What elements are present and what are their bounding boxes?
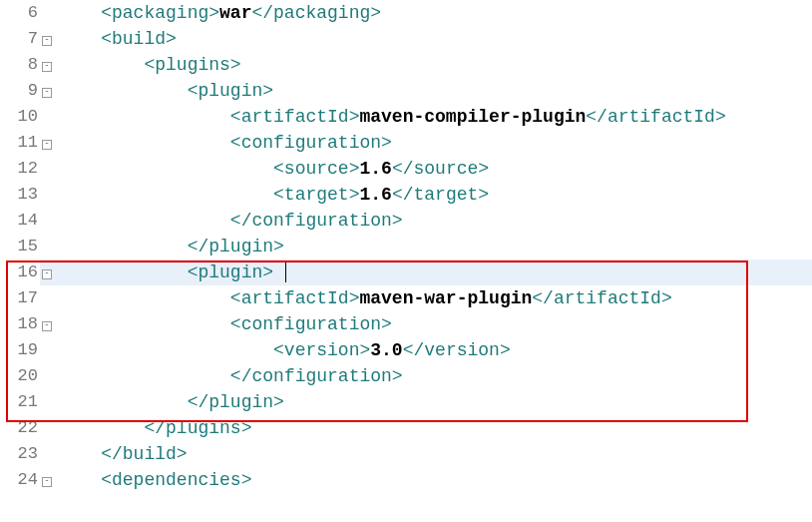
line-number: 23 — [0, 441, 40, 467]
indent — [58, 470, 101, 490]
code-line[interactable]: 7- <build> — [0, 26, 812, 52]
code-line[interactable]: 19 <version>3.0</version> — [0, 337, 812, 363]
indent — [58, 340, 273, 360]
indent — [58, 29, 101, 49]
fold-toggle-icon[interactable]: - — [42, 269, 52, 279]
fold-toggle-icon[interactable]: - — [42, 62, 52, 72]
code-content[interactable]: <packaging>war</packaging> — [54, 0, 381, 26]
code-content[interactable]: <plugin> — [54, 260, 286, 285]
fold-gutter[interactable]: - — [40, 26, 54, 52]
indent — [58, 55, 144, 75]
code-content[interactable]: <artifactId>maven-war-plugin</artifactId… — [54, 285, 672, 311]
code-line[interactable]: 16- <plugin> — [0, 260, 812, 285]
line-number: 10 — [0, 104, 40, 130]
indent — [58, 392, 188, 412]
line-number: 21 — [0, 389, 40, 415]
code-line[interactable]: 22 </plugins> — [0, 415, 812, 441]
indent — [58, 237, 188, 257]
fold-toggle-icon[interactable]: - — [42, 140, 52, 150]
fold-gutter[interactable]: - — [40, 52, 54, 78]
xml-text: maven-war-plugin — [359, 288, 532, 308]
fold-toggle-icon[interactable]: - — [42, 88, 52, 98]
code-content[interactable]: <plugin> — [54, 78, 273, 104]
xml-text: 3.0 — [370, 340, 402, 360]
fold-gutter[interactable]: - — [40, 311, 54, 337]
code-line[interactable]: 23 </build> — [0, 441, 812, 467]
code-line[interactable]: 8- <plugins> — [0, 52, 812, 78]
line-number: 17 — [0, 285, 40, 311]
code-line[interactable]: 10 <artifactId>maven-compiler-plugin</ar… — [0, 104, 812, 130]
indent — [58, 159, 273, 179]
code-content[interactable]: <plugins> — [54, 52, 241, 78]
fold-toggle-icon[interactable]: - — [42, 477, 52, 487]
indent — [58, 288, 230, 308]
indent — [58, 81, 188, 101]
xml-tag: <version> — [273, 340, 370, 360]
code-line[interactable]: 9- <plugin> — [0, 78, 812, 104]
code-line[interactable]: 12 <source>1.6</source> — [0, 156, 812, 182]
code-content[interactable]: </configuration> — [54, 363, 403, 389]
code-content[interactable]: <version>3.0</version> — [54, 337, 511, 363]
xml-tag: <artifactId> — [230, 107, 360, 127]
xml-tag: </plugin> — [188, 237, 284, 257]
xml-tag: <configuration> — [230, 314, 392, 334]
xml-text: war — [219, 3, 251, 23]
code-line[interactable]: 17 <artifactId>maven-war-plugin</artifac… — [0, 285, 812, 311]
xml-text — [273, 262, 284, 282]
xml-tag: </version> — [403, 340, 511, 360]
xml-tag: </build> — [101, 444, 187, 464]
code-content[interactable]: <target>1.6</target> — [54, 182, 489, 208]
xml-tag: </plugin> — [188, 392, 284, 412]
indent — [58, 418, 144, 438]
code-line[interactable]: 15 </plugin> — [0, 234, 812, 260]
xml-tag: </packaging> — [251, 3, 381, 23]
code-content[interactable]: <artifactId>maven-compiler-plugin</artif… — [54, 104, 726, 130]
indent — [58, 211, 230, 231]
line-number: 8 — [0, 52, 40, 78]
fold-toggle-icon[interactable]: - — [42, 36, 52, 46]
code-content[interactable]: <dependencies> — [54, 467, 251, 493]
code-content[interactable]: </plugin> — [54, 234, 284, 260]
text-cursor — [285, 262, 286, 282]
code-line[interactable]: 20 </configuration> — [0, 363, 812, 389]
code-content[interactable]: </build> — [54, 441, 188, 467]
line-number: 14 — [0, 208, 40, 234]
xml-tag: <configuration> — [230, 133, 392, 153]
code-content[interactable]: <configuration> — [54, 130, 392, 156]
line-number: 16 — [0, 260, 40, 285]
code-editor[interactable]: 6 <packaging>war</packaging>7- <build>8-… — [0, 0, 812, 493]
code-content[interactable]: </plugins> — [54, 415, 251, 441]
code-content[interactable]: <configuration> — [54, 311, 392, 337]
code-line[interactable]: 21 </plugin> — [0, 389, 812, 415]
code-content[interactable]: </configuration> — [54, 208, 403, 234]
code-line[interactable]: 13 <target>1.6</target> — [0, 182, 812, 208]
indent — [58, 444, 101, 464]
xml-tag: <plugin> — [188, 262, 273, 282]
fold-gutter[interactable]: - — [40, 260, 54, 285]
xml-tag: </artifactId> — [586, 107, 725, 127]
code-line[interactable]: 14 </configuration> — [0, 208, 812, 234]
code-line[interactable]: 6 <packaging>war</packaging> — [0, 0, 812, 26]
xml-tag: <dependencies> — [101, 470, 251, 490]
line-number: 18 — [0, 311, 40, 337]
xml-tag: <artifactId> — [230, 288, 360, 308]
fold-gutter[interactable]: - — [40, 467, 54, 493]
indent — [58, 3, 101, 23]
xml-tag: </artifactId> — [532, 288, 671, 308]
line-number: 7 — [0, 26, 40, 52]
code-content[interactable]: <build> — [54, 26, 177, 52]
code-content[interactable]: <source>1.6</source> — [54, 156, 489, 182]
indent — [58, 107, 230, 127]
code-line[interactable]: 18- <configuration> — [0, 311, 812, 337]
xml-tag: </configuration> — [230, 211, 403, 231]
fold-gutter[interactable]: - — [40, 130, 54, 156]
code-line[interactable]: 11- <configuration> — [0, 130, 812, 156]
line-number: 12 — [0, 156, 40, 182]
code-content[interactable]: </plugin> — [54, 389, 284, 415]
code-line[interactable]: 24- <dependencies> — [0, 467, 812, 493]
fold-gutter[interactable]: - — [40, 78, 54, 104]
xml-tag: <packaging> — [101, 3, 219, 23]
fold-toggle-icon[interactable]: - — [42, 321, 52, 331]
line-number: 11 — [0, 130, 40, 156]
line-number: 9 — [0, 78, 40, 104]
